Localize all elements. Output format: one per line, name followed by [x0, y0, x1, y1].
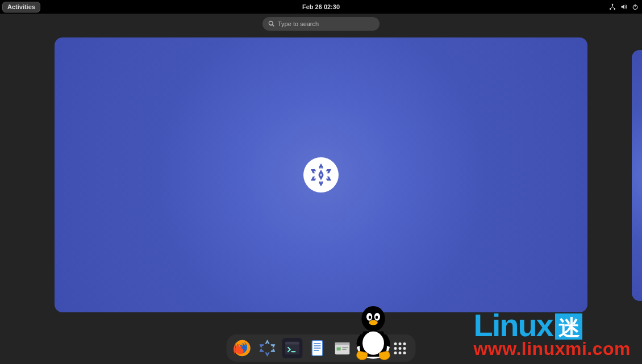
- desktop-logo: [303, 157, 339, 193]
- dock-separator: [383, 339, 384, 357]
- power-icon[interactable]: [632, 3, 639, 10]
- svg-point-3: [612, 4, 613, 5]
- svg-point-38: [376, 315, 378, 319]
- dock: [227, 334, 416, 362]
- svg-point-39: [369, 320, 377, 325]
- search-bar[interactable]: [262, 17, 380, 31]
- dock-item-files[interactable]: [332, 338, 353, 358]
- dock-item-terminal[interactable]: [282, 338, 303, 358]
- svg-point-35: [366, 313, 372, 321]
- svg-point-5: [614, 9, 615, 10]
- svg-rect-23: [343, 348, 348, 348]
- dock-item-firefox[interactable]: [232, 338, 253, 358]
- svg-point-8: [269, 21, 273, 25]
- clock[interactable]: Feb 26 02:30: [302, 3, 340, 10]
- workspace-secondary[interactable]: [632, 50, 642, 301]
- files-icon: [333, 338, 352, 358]
- svg-point-4: [610, 9, 611, 10]
- watermark-url: www.linuxmi.com: [473, 338, 631, 359]
- svg-rect-29: [366, 353, 368, 357]
- svg-rect-30: [359, 348, 363, 349]
- svg-point-27: [364, 345, 370, 352]
- search-input[interactable]: [278, 20, 374, 27]
- apps-grid-icon: [394, 342, 406, 354]
- svg-rect-28: [366, 340, 368, 344]
- dock-item-help[interactable]: [357, 338, 378, 358]
- nixos-snowflake-icon: [308, 162, 334, 188]
- show-applications-button[interactable]: [390, 338, 410, 358]
- svg-rect-22: [337, 348, 341, 351]
- watermark: Linux 迷 www.linuxmi.com: [473, 311, 631, 359]
- svg-line-9: [273, 25, 274, 27]
- watermark-title: Linux: [473, 311, 552, 340]
- search-icon: [268, 19, 274, 29]
- svg-rect-12: [285, 342, 299, 345]
- activities-button[interactable]: Activities: [2, 2, 40, 12]
- workspace-main[interactable]: [55, 37, 587, 312]
- dock-item-nixos[interactable]: [257, 338, 278, 358]
- volume-icon[interactable]: [620, 3, 627, 10]
- svg-point-36: [374, 313, 380, 321]
- firefox-icon: [233, 338, 252, 358]
- help-icon: [358, 339, 377, 357]
- terminal-icon: [284, 340, 301, 357]
- nixos-icon: [258, 338, 277, 358]
- svg-rect-31: [372, 348, 376, 349]
- dock-item-text-editor[interactable]: [307, 338, 328, 358]
- svg-point-37: [369, 315, 371, 319]
- svg-rect-24: [343, 349, 347, 349]
- system-tray[interactable]: [609, 3, 639, 10]
- text-editor-icon: [309, 339, 327, 357]
- svg-rect-21: [335, 342, 350, 345]
- network-icon[interactable]: [609, 3, 616, 10]
- watermark-cjk: 迷: [555, 313, 582, 340]
- top-bar: Activities Feb 26 02:30: [0, 0, 642, 14]
